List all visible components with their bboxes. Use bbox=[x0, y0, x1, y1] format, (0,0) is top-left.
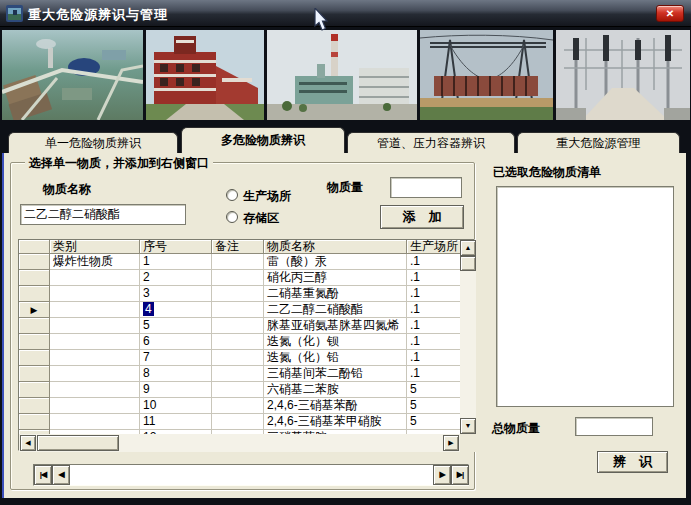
site-amount-cell[interactable]: 5 bbox=[407, 382, 460, 398]
scroll-right-icon[interactable]: ▶ bbox=[443, 435, 459, 451]
note-cell[interactable] bbox=[212, 270, 264, 286]
grid-horizontal-scrollbar[interactable]: ◀ ▶ bbox=[19, 434, 460, 452]
note-cell[interactable] bbox=[212, 382, 264, 398]
note-cell[interactable] bbox=[212, 366, 264, 382]
seq-cell[interactable]: 9 bbox=[140, 382, 212, 398]
substance-name-cell[interactable]: 六硝基二苯胺 bbox=[264, 382, 407, 398]
row-selector-cell[interactable] bbox=[19, 350, 50, 366]
substance-name-input[interactable] bbox=[20, 204, 186, 225]
row-selector-cell[interactable] bbox=[19, 254, 50, 270]
grid-row[interactable]: 爆炸性物质1雷（酸）汞.1 bbox=[19, 254, 460, 270]
row-selector-cell[interactable] bbox=[19, 382, 50, 398]
substance-name-cell[interactable]: 迭氮（化）钡 bbox=[264, 334, 407, 350]
grid-row[interactable]: 9六硝基二苯胺5 bbox=[19, 382, 460, 398]
row-selector-cell[interactable] bbox=[19, 286, 50, 302]
scroll-left-icon[interactable]: ◀ bbox=[20, 435, 36, 451]
note-cell[interactable] bbox=[212, 302, 264, 318]
substance-name-cell[interactable]: 三硝基间苯二酚铅 bbox=[264, 366, 407, 382]
category-cell[interactable] bbox=[50, 382, 140, 398]
identify-button[interactable]: 辨 识 bbox=[597, 451, 668, 473]
note-cell[interactable] bbox=[212, 350, 264, 366]
note-cell[interactable] bbox=[212, 414, 264, 430]
first-record-button[interactable]: |◀ bbox=[34, 465, 52, 485]
grid-row[interactable]: ▶4二乙二醇二硝酸酯.1 bbox=[19, 302, 460, 318]
substance-name-cell[interactable]: 二乙二醇二硝酸酯 bbox=[264, 302, 407, 318]
category-cell[interactable] bbox=[50, 334, 140, 350]
site-amount-cell[interactable]: 5 bbox=[407, 414, 460, 430]
row-selector-cell[interactable] bbox=[19, 270, 50, 286]
tab-hazard-management[interactable]: 重大危险源管理 bbox=[517, 132, 680, 153]
note-cell[interactable] bbox=[212, 334, 264, 350]
row-selector-cell[interactable] bbox=[19, 318, 50, 334]
previous-record-button[interactable]: ◀ bbox=[52, 465, 70, 485]
grid-vertical-scrollbar[interactable]: ▲ ▼ bbox=[460, 240, 476, 434]
grid-row[interactable]: 8三硝基间苯二酚铅.1 bbox=[19, 366, 460, 382]
seq-cell[interactable]: 7 bbox=[140, 350, 212, 366]
category-cell[interactable] bbox=[50, 302, 140, 318]
seq-cell[interactable]: 10 bbox=[140, 398, 212, 414]
close-button[interactable]: ✕ bbox=[656, 5, 684, 22]
substance-name-cell[interactable]: 硝化丙三醇 bbox=[264, 270, 407, 286]
site-amount-cell[interactable]: .1 bbox=[407, 318, 460, 334]
seq-cell[interactable]: 2 bbox=[140, 270, 212, 286]
grid-row[interactable]: 3二硝基重氮酚.1 bbox=[19, 286, 460, 302]
site-amount-cell[interactable]: .1 bbox=[407, 254, 460, 270]
grid-row[interactable]: 7迭氮（化）铅.1 bbox=[19, 350, 460, 366]
substance-name-cell[interactable]: 2,4,6-三硝基苯甲硝胺 bbox=[264, 414, 407, 430]
grid-row[interactable]: 112,4,6-三硝基苯甲硝胺5 bbox=[19, 414, 460, 430]
category-cell[interactable] bbox=[50, 350, 140, 366]
tab-pipe-vessel[interactable]: 管道、压力容器辨识 bbox=[347, 132, 515, 153]
seq-cell[interactable]: 3 bbox=[140, 286, 212, 302]
next-record-button[interactable]: ▶ bbox=[433, 465, 451, 485]
seq-cell[interactable]: 11 bbox=[140, 414, 212, 430]
note-cell[interactable] bbox=[212, 318, 264, 334]
site-amount-cell[interactable]: .1 bbox=[407, 350, 460, 366]
row-selector-cell[interactable] bbox=[19, 398, 50, 414]
seq-cell[interactable]: 4 bbox=[140, 302, 212, 318]
selected-substances-listbox[interactable] bbox=[496, 186, 674, 407]
grid-row[interactable]: 102,4,6-三硝基苯酚5 bbox=[19, 398, 460, 414]
grid-row[interactable]: 2硝化丙三醇.1 bbox=[19, 270, 460, 286]
row-selector-cell[interactable] bbox=[19, 414, 50, 430]
substance-name-cell[interactable]: 2,4,6-三硝基苯酚 bbox=[264, 398, 407, 414]
row-selector-cell[interactable] bbox=[19, 334, 50, 350]
production-site-radio-label[interactable]: 生产场所 bbox=[243, 188, 291, 205]
grid-row[interactable]: 6迭氮（化）钡.1 bbox=[19, 334, 460, 350]
grid-row[interactable]: 5脒基亚硝氨基脒基四氮烯.1 bbox=[19, 318, 460, 334]
category-cell[interactable] bbox=[50, 398, 140, 414]
substance-name-cell[interactable]: 二硝基重氮酚 bbox=[264, 286, 407, 302]
substance-name-cell[interactable]: 迭氮（化）铅 bbox=[264, 350, 407, 366]
tab-single-substance[interactable]: 单一危险物质辨识 bbox=[8, 132, 178, 153]
seq-cell[interactable]: 6 bbox=[140, 334, 212, 350]
site-amount-cell[interactable]: .1 bbox=[407, 302, 460, 318]
category-cell[interactable] bbox=[50, 286, 140, 302]
scroll-up-icon[interactable]: ▲ bbox=[460, 240, 476, 256]
row-selector-cell[interactable]: ▶ bbox=[19, 302, 50, 318]
note-cell[interactable] bbox=[212, 286, 264, 302]
seq-cell[interactable]: 5 bbox=[140, 318, 212, 334]
site-amount-cell[interactable]: 5 bbox=[407, 398, 460, 414]
note-cell[interactable] bbox=[212, 398, 264, 414]
category-cell[interactable]: 爆炸性物质 bbox=[50, 254, 140, 270]
storage-area-radio[interactable] bbox=[226, 211, 238, 223]
site-amount-cell[interactable]: .1 bbox=[407, 366, 460, 382]
seq-cell[interactable]: 8 bbox=[140, 366, 212, 382]
site-amount-cell[interactable]: .1 bbox=[407, 286, 460, 302]
category-cell[interactable] bbox=[50, 366, 140, 382]
seq-cell[interactable]: 1 bbox=[140, 254, 212, 270]
category-cell[interactable] bbox=[50, 318, 140, 334]
vertical-scroll-thumb[interactable] bbox=[460, 256, 476, 271]
total-quantity-input[interactable] bbox=[575, 417, 653, 436]
site-amount-cell[interactable]: .1 bbox=[407, 334, 460, 350]
storage-area-radio-label[interactable]: 存储区 bbox=[243, 210, 279, 227]
quantity-input[interactable] bbox=[390, 177, 462, 198]
horizontal-scroll-thumb[interactable] bbox=[37, 435, 119, 451]
scroll-down-icon[interactable]: ▼ bbox=[460, 418, 476, 434]
category-cell[interactable] bbox=[50, 414, 140, 430]
site-amount-cell[interactable]: .1 bbox=[407, 270, 460, 286]
add-button[interactable]: 添 加 bbox=[380, 205, 464, 229]
substance-name-cell[interactable]: 雷（酸）汞 bbox=[264, 254, 407, 270]
tab-multi-substance[interactable]: 多危险物质辨识 bbox=[181, 127, 345, 153]
last-record-button[interactable]: ▶| bbox=[451, 465, 469, 485]
note-cell[interactable] bbox=[212, 254, 264, 270]
